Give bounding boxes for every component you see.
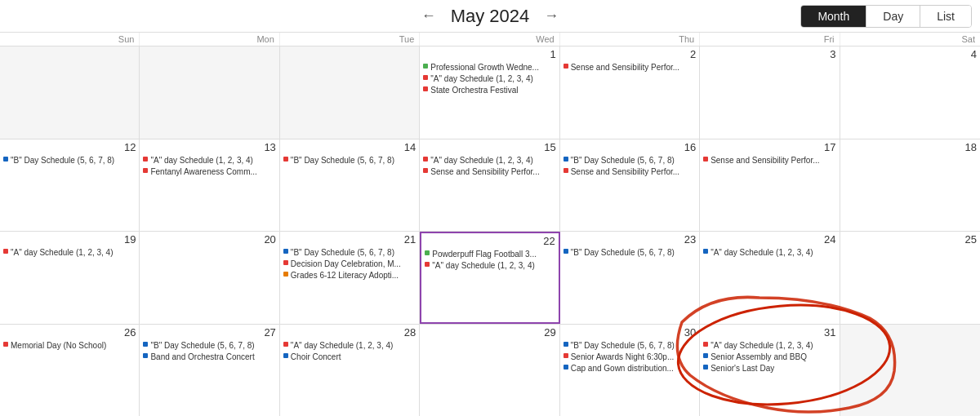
- event-color-dot: [425, 262, 430, 267]
- day-header-label: Sat: [840, 33, 980, 46]
- calendar-header: ← May 2024 → Month Day List: [0, 0, 980, 33]
- day-header-label: Sun: [0, 33, 140, 46]
- prev-month-button[interactable]: ←: [415, 7, 443, 24]
- event-color-dot: [564, 168, 568, 173]
- event-color-dot: [703, 365, 708, 370]
- calendar-event[interactable]: Professional Growth Wedne...: [423, 62, 555, 73]
- event-title: Senior Awards Night 6:30p...: [571, 352, 675, 362]
- day-cell[interactable]: 20: [140, 232, 279, 324]
- month-year-title: May 2024: [451, 6, 530, 27]
- event-title: "A" day Schedule (1, 2, 3, 4): [430, 73, 533, 84]
- event-title: Sense and Sensibility Perfor...: [430, 166, 539, 177]
- calendar-event[interactable]: Band and Orchestra Concert: [143, 352, 275, 362]
- day-cell[interactable]: 15"A" day Schedule (1, 2, 3, 4)Sense and…: [420, 139, 559, 232]
- day-cell[interactable]: 16"B" Day Schedule (5, 6, 7, 8)Sense and…: [560, 139, 700, 232]
- day-cell[interactable]: 26Memorial Day (No School): [0, 325, 140, 417]
- calendar-event[interactable]: Cap and Gown distribution...: [564, 363, 696, 374]
- calendar-event[interactable]: Senior's Last Day: [703, 363, 835, 374]
- event-color-dot: [564, 342, 568, 347]
- day-cell[interactable]: 12"B" Day Schedule (5, 6, 7, 8): [0, 139, 140, 232]
- event-title: Sense and Sensibility Perfor...: [710, 155, 819, 166]
- day-number: 19: [3, 233, 136, 246]
- calendar-event[interactable]: "B" Day Schedule (5, 6, 7, 8): [283, 247, 416, 258]
- day-cell[interactable]: [840, 325, 980, 417]
- calendar-event[interactable]: "A" day Schedule (1, 2, 3, 4): [283, 340, 416, 351]
- day-cell[interactable]: 25: [840, 232, 980, 324]
- day-cell[interactable]: 18: [840, 139, 980, 232]
- calendar-event[interactable]: Memorial Day (No School): [3, 340, 136, 351]
- weeks-container: 1Professional Growth Wedne..."A" day Sch…: [0, 46, 980, 416]
- day-cell[interactable]: [0, 46, 140, 139]
- event-title: Sense and Sensibility Perfor...: [571, 166, 679, 177]
- day-cell[interactable]: 23"B" Day Schedule (5, 6, 7, 8): [560, 232, 700, 324]
- calendar-event[interactable]: "A" day Schedule (1, 2, 3, 4): [425, 260, 555, 271]
- day-cell[interactable]: 31"A" day Schedule (1, 2, 3, 4)Senior As…: [700, 325, 840, 417]
- next-month-button[interactable]: →: [537, 7, 565, 24]
- calendar-event[interactable]: Powderpuff Flag Football 3...: [425, 249, 555, 259]
- day-cell[interactable]: 3: [700, 46, 840, 139]
- calendar-event[interactable]: "A" day Schedule (1, 2, 3, 4): [423, 73, 555, 84]
- calendar-event[interactable]: "A" day Schedule (1, 2, 3, 4): [143, 155, 275, 166]
- calendar-event[interactable]: State Orchestra Festival: [423, 85, 555, 95]
- calendar-event[interactable]: "B" Day Schedule (5, 6, 7, 8): [564, 247, 696, 258]
- day-number: 29: [423, 326, 555, 339]
- day-number: 16: [564, 141, 696, 153]
- day-cell[interactable]: 21"B" Day Schedule (5, 6, 7, 8)Decision …: [280, 232, 420, 324]
- list-view-button[interactable]: List: [920, 6, 971, 27]
- event-color-dot: [423, 86, 428, 91]
- calendar-event[interactable]: Choir Concert: [283, 352, 416, 362]
- day-view-button[interactable]: Day: [866, 6, 920, 27]
- day-cell[interactable]: 30"B" Day Schedule (5, 6, 7, 8)Senior Aw…: [560, 325, 700, 417]
- calendar-event[interactable]: "A" day Schedule (1, 2, 3, 4): [423, 155, 555, 166]
- event-title: "B" Day Schedule (5, 6, 7, 8): [291, 247, 394, 258]
- day-cell[interactable]: 4: [840, 46, 980, 139]
- event-title: "B" Day Schedule (5, 6, 7, 8): [291, 155, 394, 166]
- calendar-event[interactable]: "B" Day Schedule (5, 6, 7, 8): [283, 155, 416, 166]
- calendar-event[interactable]: Sense and Sensibility Perfor...: [564, 62, 696, 73]
- day-cell[interactable]: 29: [420, 325, 559, 417]
- event-title: "A" day Schedule (1, 2, 3, 4): [11, 247, 114, 258]
- calendar-event[interactable]: Sense and Sensibility Perfor...: [703, 155, 835, 166]
- event-color-dot: [3, 157, 8, 162]
- day-number: 20: [143, 233, 275, 246]
- calendar-event[interactable]: "B" Day Schedule (5, 6, 7, 8): [3, 155, 136, 166]
- event-title: Powderpuff Flag Football 3...: [432, 249, 537, 259]
- month-view-button[interactable]: Month: [801, 6, 866, 27]
- calendar-event[interactable]: Grades 6-12 Literacy Adopti...: [283, 270, 416, 281]
- calendar-event[interactable]: "B" Day Schedule (5, 6, 7, 8): [143, 340, 275, 351]
- day-cell[interactable]: [280, 46, 420, 139]
- day-cell[interactable]: 22Powderpuff Flag Football 3..."A" day S…: [420, 232, 559, 324]
- day-cell[interactable]: 14"B" Day Schedule (5, 6, 7, 8): [280, 139, 420, 232]
- day-cell[interactable]: 28"A" day Schedule (1, 2, 3, 4)Choir Con…: [280, 325, 420, 417]
- calendar-event[interactable]: Decision Day Celebration, M...: [283, 259, 416, 269]
- view-toggle: Month Day List: [800, 5, 972, 28]
- calendar-event[interactable]: "B" Day Schedule (5, 6, 7, 8): [564, 155, 696, 166]
- day-number: 15: [423, 141, 555, 153]
- event-color-dot: [283, 260, 288, 265]
- day-cell[interactable]: 1Professional Growth Wedne..."A" day Sch…: [420, 46, 559, 139]
- day-cell[interactable]: 17Sense and Sensibility Perfor...: [700, 139, 840, 232]
- calendar-event[interactable]: "A" day Schedule (1, 2, 3, 4): [3, 247, 136, 258]
- day-cell[interactable]: 27"B" Day Schedule (5, 6, 7, 8)Band and …: [140, 325, 279, 417]
- calendar-event[interactable]: Sense and Sensibility Perfor...: [564, 166, 696, 177]
- calendar-event[interactable]: "A" day Schedule (1, 2, 3, 4): [703, 340, 835, 351]
- day-cell[interactable]: 24"A" day Schedule (1, 2, 3, 4): [700, 232, 840, 324]
- event-color-dot: [143, 157, 148, 162]
- event-color-dot: [283, 342, 288, 347]
- calendar-event[interactable]: Sense and Sensibility Perfor...: [423, 166, 555, 177]
- day-cell[interactable]: 19"A" day Schedule (1, 2, 3, 4): [0, 232, 140, 324]
- calendar-event[interactable]: Senior Awards Night 6:30p...: [564, 352, 696, 362]
- day-cell[interactable]: [140, 46, 279, 139]
- day-header-label: Fri: [700, 33, 840, 46]
- calendar-event[interactable]: Fentanyl Awareness Comm...: [143, 166, 275, 177]
- calendar-event[interactable]: "A" day Schedule (1, 2, 3, 4): [703, 247, 835, 258]
- calendar-event[interactable]: Senior Assembly and BBQ: [703, 352, 835, 362]
- day-header-label: Mon: [140, 33, 279, 46]
- event-title: Senior's Last Day: [710, 363, 774, 374]
- event-color-dot: [564, 365, 568, 370]
- calendar-event[interactable]: "B" Day Schedule (5, 6, 7, 8): [564, 340, 696, 351]
- event-color-dot: [423, 64, 428, 69]
- day-cell[interactable]: 13"A" day Schedule (1, 2, 3, 4)Fentanyl …: [140, 139, 279, 232]
- day-cell[interactable]: 2Sense and Sensibility Perfor...: [560, 46, 700, 139]
- day-number: 23: [564, 233, 696, 246]
